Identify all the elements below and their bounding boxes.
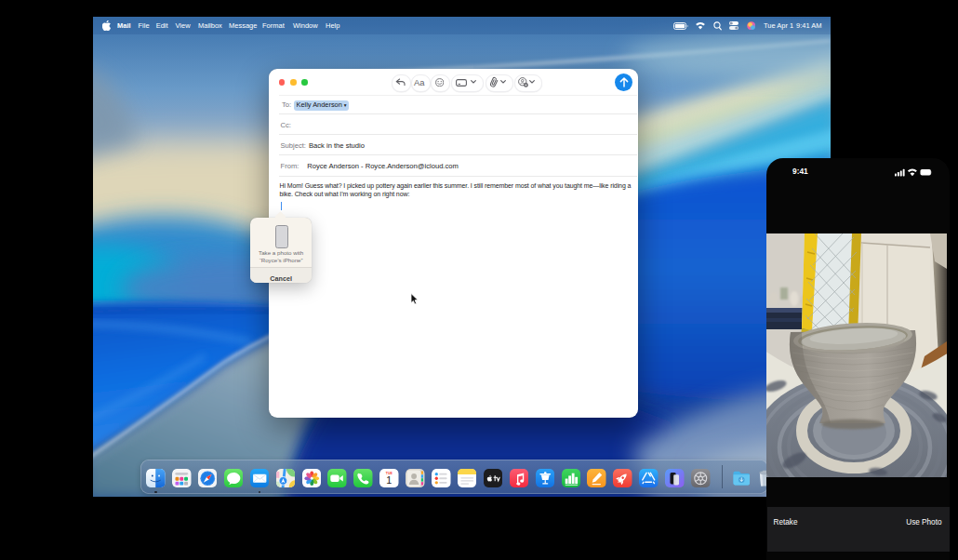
svg-text:1: 1 [387,474,393,486]
